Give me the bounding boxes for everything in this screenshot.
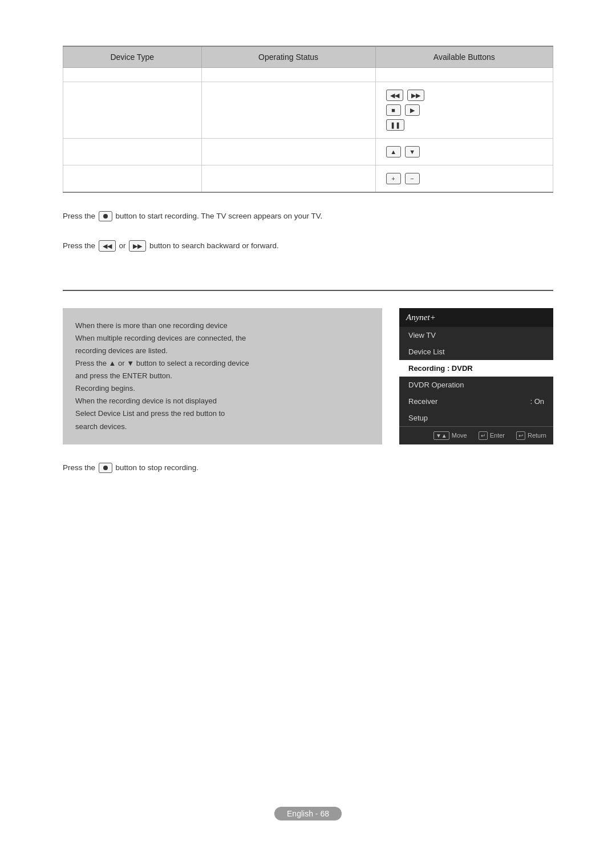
- up-button-icon: ▲: [386, 146, 401, 157]
- instruction-line: When the recording device is not display…: [75, 395, 370, 407]
- table-row: ▲ ▼: [63, 139, 553, 165]
- instruction-line: and press the ENTER button.: [75, 370, 370, 382]
- status-cell: [201, 82, 375, 139]
- minus-button-icon: −: [405, 173, 420, 184]
- section1-line2: Press the ◀◀ or ▶▶ button to search back…: [63, 240, 553, 253]
- instruction-box: When there is more than one recording de…: [63, 308, 382, 444]
- menu-item-device-list[interactable]: Device List: [399, 343, 553, 360]
- instruction-line: search devices.: [75, 421, 370, 433]
- pause-button-icon: ❚❚: [386, 119, 404, 131]
- stop-inline-icon: [99, 463, 112, 473]
- receiver-value: : On: [530, 397, 544, 406]
- instruction-line: Recording begins.: [75, 382, 370, 395]
- footer-enter: ↵ Enter: [479, 431, 505, 440]
- status-cell: [201, 139, 375, 165]
- buttons-cell: ◀◀ ▶▶ ■ ▶ ❚❚: [375, 82, 553, 139]
- instruction-line: When multiple recording devices are conn…: [75, 332, 370, 345]
- rew-inline-icon: ◀◀: [99, 240, 116, 252]
- device-cell: [63, 139, 202, 165]
- bottom-section: When there is more than one recording de…: [63, 308, 553, 444]
- menu-item-receiver: Receiver : On: [399, 393, 553, 410]
- ff-button-icon: ▶▶: [407, 90, 424, 101]
- buttons-cell: ▲ ▼: [375, 139, 553, 165]
- status-cell: [201, 68, 375, 82]
- section2-text: Press the button to stop recording.: [63, 462, 553, 475]
- page-content: Device Type Operating Status Available B…: [0, 0, 616, 519]
- footer-move-label: Move: [452, 432, 467, 439]
- instruction-line: Press the ▲ or ▼ button to select a reco…: [75, 357, 370, 370]
- section2-line1: Press the button to stop recording.: [63, 462, 553, 475]
- menu-footer: ▼▲ Move ↵ Enter ↩ Return: [399, 426, 553, 444]
- footer-return-label: Return: [528, 432, 546, 439]
- status-cell: [201, 165, 375, 193]
- ff-inline-icon: ▶▶: [129, 240, 146, 252]
- enter-icon: ↵: [479, 431, 488, 440]
- instruction-line: Select Device List and press the red but…: [75, 407, 370, 420]
- col-header-buttons: Available Buttons: [375, 46, 553, 68]
- section1-text: Press the button to start recording. The…: [63, 210, 553, 269]
- col-header-device: Device Type: [63, 46, 202, 68]
- page-number: English - 68: [274, 807, 342, 820]
- page-footer: English - 68: [0, 807, 616, 820]
- down-button-icon: ▼: [405, 146, 420, 157]
- col-header-status: Operating Status: [201, 46, 375, 68]
- anynet-menu: Anynet+ View TV Device List Recording : …: [399, 308, 553, 444]
- table-row: ◀◀ ▶▶ ■ ▶ ❚❚: [63, 82, 553, 139]
- device-cell: [63, 165, 202, 193]
- table-row: [63, 68, 553, 82]
- menu-item-dvdr-operation[interactable]: DVDR Operation: [399, 377, 553, 393]
- device-cell: [63, 68, 202, 82]
- footer-enter-label: Enter: [490, 432, 505, 439]
- buttons-cell: + −: [375, 165, 553, 193]
- menu-item-view-tv[interactable]: View TV: [399, 327, 553, 343]
- section1-line1: Press the button to start recording. The…: [63, 210, 553, 223]
- play-button-icon: ▶: [405, 104, 420, 116]
- stop-button-icon: ■: [386, 104, 401, 116]
- section-divider: [63, 290, 553, 291]
- footer-return: ↩ Return: [516, 431, 546, 440]
- move-icon: ▼▲: [433, 431, 449, 440]
- plus-button-icon: +: [386, 173, 401, 184]
- return-icon: ↩: [516, 431, 525, 440]
- receiver-label: Receiver: [408, 397, 437, 406]
- info-table: Device Type Operating Status Available B…: [63, 46, 553, 193]
- buttons-cell: [375, 68, 553, 82]
- device-cell: [63, 82, 202, 139]
- footer-move: ▼▲ Move: [433, 431, 467, 440]
- menu-title: Anynet+: [399, 308, 553, 327]
- instruction-line: recording devices are listed.: [75, 345, 370, 357]
- menu-item-recording-dvdr[interactable]: Recording : DVDR: [399, 360, 553, 377]
- record-inline-icon: [99, 211, 112, 221]
- table-row: + −: [63, 165, 553, 193]
- rew-button-icon: ◀◀: [386, 90, 403, 101]
- instruction-line: When there is more than one recording de…: [75, 320, 370, 332]
- menu-item-setup[interactable]: Setup: [399, 410, 553, 426]
- menu-title-text: Anynet+: [406, 313, 436, 322]
